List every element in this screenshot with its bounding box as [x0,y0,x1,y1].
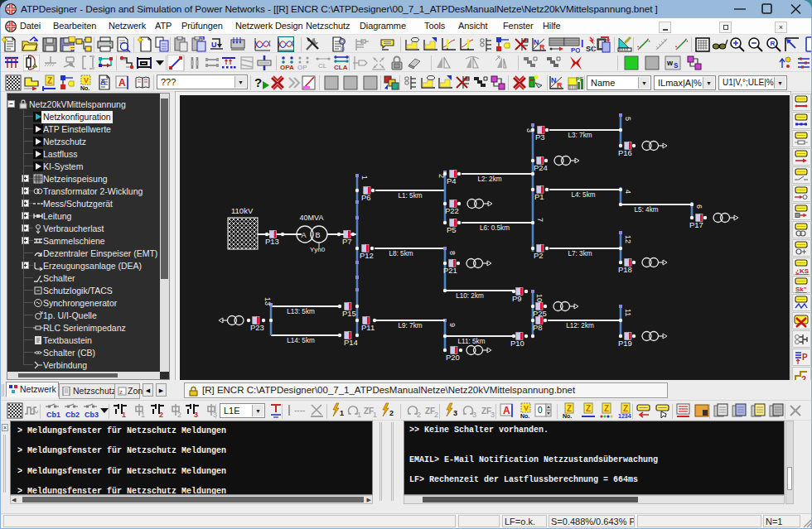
svg-text:P1: P1 [534,192,544,201]
svg-text:P5: P5 [447,225,457,234]
svg-text:2: 2 [177,411,181,419]
svg-text:L8: 5km: L8: 5km [389,250,413,257]
svg-text:L13: 5km: L13: 5km [287,308,315,315]
svg-text:P25: P25 [533,309,547,318]
svg-text:CL: CL [318,62,327,70]
svg-text:Cb3: Cb3 [85,411,99,419]
svg-text:P6: P6 [361,193,371,202]
svg-text:1: 1 [340,409,344,417]
svg-text:¿KS: ¿KS [795,267,810,275]
svg-text:L2: 2km: L2: 2km [477,176,501,183]
svg-text:6: 6 [695,204,703,209]
svg-text:No.: No. [80,85,89,91]
svg-text:P15: P15 [342,309,356,318]
svg-text:U: U [211,41,217,49]
svg-text:s: s [674,60,679,70]
svg-text:R: R [771,40,776,47]
svg-text:P18: P18 [618,265,632,274]
svg-text:P10: P10 [510,339,524,348]
svg-text:A: A [302,231,307,239]
svg-text:10: 10 [535,294,544,302]
svg-text:2: 2 [389,409,394,417]
svg-text:?: ? [254,75,262,89]
svg-text:P12: P12 [360,251,374,260]
svg-text:3: 3 [453,409,457,417]
svg-text:0: 0 [538,406,543,415]
svg-text:P4: P4 [447,176,457,185]
svg-text:1: 1 [373,411,377,419]
svg-text:P17: P17 [689,220,703,229]
svg-text:P21: P21 [443,266,457,275]
svg-text:Cb2: Cb2 [65,411,80,419]
svg-text:L12: 2km: L12: 2km [566,322,594,329]
svg-text:B: B [316,231,321,239]
svg-text:3: 3 [194,411,198,419]
svg-text:Cb1: Cb1 [46,411,60,419]
svg-text:P24: P24 [534,163,548,172]
svg-text:4: 4 [624,190,632,194]
svg-text:L5: 4km: L5: 4km [634,206,658,214]
svg-text:1234: 1234 [618,413,631,419]
svg-text:z: z [119,388,123,396]
svg-text:Z: Z [586,404,591,413]
svg-text:No.: No. [563,413,572,419]
svg-text:A: A [503,405,510,416]
svg-text:OPA: OPA [280,64,294,71]
svg-text:40MVA: 40MVA [300,214,324,222]
svg-text:L7: 3km: L7: 3km [568,250,592,257]
svg-text:5: 5 [624,117,632,121]
svg-text:1: 1 [360,176,369,180]
svg-text:2: 2 [434,411,438,419]
svg-text:Z: Z [604,404,609,413]
svg-text:9: 9 [448,323,457,327]
svg-text:8: 8 [448,251,457,255]
svg-text:P11: P11 [361,323,375,332]
svg-text:2: 2 [417,411,421,419]
svg-text:Z: Z [623,404,628,413]
svg-text:A: A [118,77,126,89]
svg-text:L11: 5km: L11: 5km [457,338,485,345]
svg-text:P2: P2 [534,251,544,260]
svg-text:3: 3 [491,411,495,419]
svg-text:P8: P8 [533,323,543,332]
svg-text:----: ---- [294,406,305,415]
svg-text:R: R [557,81,563,89]
svg-text:No.: No. [520,413,529,419]
svg-text:11: 11 [624,309,632,316]
svg-text:P14: P14 [344,338,358,347]
svg-text:1: 1 [357,411,361,419]
svg-text:A: A [100,78,106,86]
svg-text:V: V [84,76,89,84]
svg-text:L10: 2km: L10: 2km [456,292,484,300]
svg-text:L4: 5km: L4: 5km [571,191,595,199]
svg-text:P13: P13 [265,237,279,246]
svg-text:Yyn0: Yyn0 [310,246,326,253]
svg-text:PQ: PQ [571,46,580,53]
svg-text:P9: P9 [512,294,522,303]
svg-text:w: w [666,59,674,67]
svg-text:L6: 0.5km: L6: 0.5km [480,224,510,232]
svg-text:P20: P20 [446,353,460,362]
svg-text:CLA: CLA [334,64,348,71]
svg-text:L1: 5km: L1: 5km [398,192,422,200]
svg-text:Z: Z [567,404,572,413]
svg-text:OP: OP [297,64,307,71]
svg-text:P19: P19 [618,339,632,348]
svg-text:L14: 5km: L14: 5km [287,337,315,344]
svg-text:110kV: 110kV [231,206,254,215]
svg-text:R: R [539,43,545,51]
svg-text:P: P [802,353,808,362]
svg-text:13: 13 [263,297,272,305]
svg-text:12: 12 [624,235,632,243]
svg-text:Sk": Sk" [795,286,807,293]
svg-text:P22: P22 [445,206,459,215]
svg-text:7: 7 [536,218,544,222]
svg-text:L3: 7km: L3: 7km [568,132,592,139]
svg-text:V: V [524,404,529,412]
svg-text:2: 2 [159,411,163,419]
svg-text:P16: P16 [618,148,632,157]
svg-text:3: 3 [472,411,476,419]
svg-text:P7: P7 [342,237,352,246]
svg-text:I: I [581,38,583,50]
svg-text:L9: 7km: L9: 7km [398,322,422,329]
